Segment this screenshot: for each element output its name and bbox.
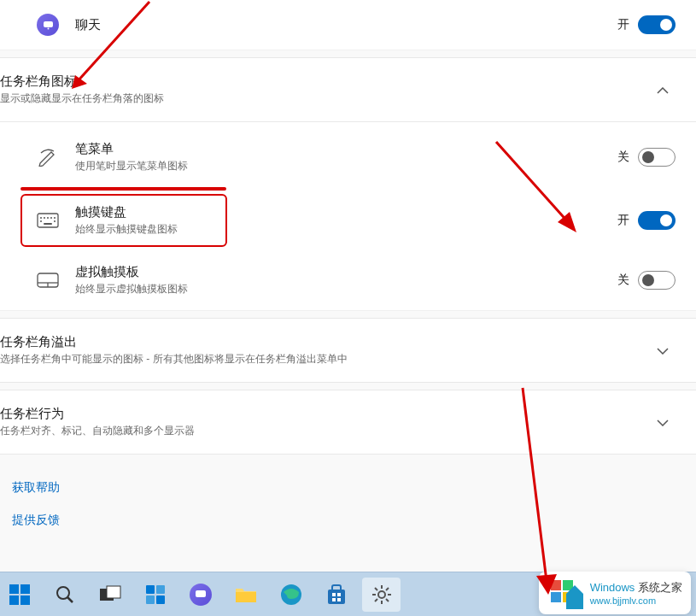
virtual-touchpad-subtitle: 始终显示虚拟触摸板图标 bbox=[75, 282, 617, 296]
svg-rect-32 bbox=[332, 598, 336, 601]
section-corner-icons-title: 任务栏角图标 bbox=[0, 73, 650, 90]
touchpad-icon bbox=[34, 273, 61, 288]
chat-icon bbox=[34, 14, 61, 36]
virtual-touchpad-toggle[interactable] bbox=[638, 271, 676, 290]
svg-point-9 bbox=[54, 220, 56, 222]
keyboard-icon bbox=[34, 213, 61, 228]
setting-row-chat: 聊天 开 bbox=[0, 0, 696, 50]
search-button[interactable] bbox=[45, 578, 84, 612]
svg-rect-23 bbox=[156, 585, 165, 594]
svg-rect-14 bbox=[9, 584, 19, 594]
svg-rect-29 bbox=[328, 590, 345, 604]
svg-rect-33 bbox=[337, 598, 341, 601]
section-overflow-subtitle: 选择任务栏角中可能显示的图标 - 所有其他图标将显示在任务栏角溢出菜单中 bbox=[0, 352, 650, 367]
feedback-link[interactable]: 提供反馈 bbox=[12, 504, 696, 537]
pen-menu-toggle[interactable] bbox=[638, 148, 676, 167]
svg-rect-17 bbox=[20, 595, 30, 605]
watermark-brand: Windows 系统之家 bbox=[590, 580, 682, 595]
start-button[interactable] bbox=[0, 578, 38, 612]
section-behavior[interactable]: 任务栏行为 任务栏对齐、标记、自动隐藏和多个显示器 bbox=[0, 390, 696, 455]
svg-rect-31 bbox=[337, 593, 341, 596]
watermark-logo-icon bbox=[547, 577, 583, 609]
file-explorer-button[interactable] bbox=[226, 578, 265, 612]
touch-keyboard-title: 触摸键盘 bbox=[75, 204, 617, 220]
svg-point-7 bbox=[54, 217, 56, 219]
section-behavior-title: 任务栏行为 bbox=[0, 406, 650, 422]
svg-point-8 bbox=[40, 220, 42, 222]
section-overflow-title: 任务栏角溢出 bbox=[0, 334, 650, 350]
virtual-touchpad-title: 虚拟触摸板 bbox=[75, 264, 617, 280]
svg-rect-16 bbox=[9, 595, 19, 605]
watermark-url: www.bjjmlv.com bbox=[590, 595, 682, 606]
get-help-link[interactable]: 获取帮助 bbox=[12, 472, 696, 504]
svg-rect-21 bbox=[107, 586, 120, 598]
virtual-touchpad-toggle-label: 关 bbox=[617, 273, 629, 288]
section-overflow[interactable]: 任务栏角溢出 选择任务栏角中可能显示的图标 - 所有其他图标将显示在任务栏角溢出… bbox=[0, 318, 696, 383]
svg-rect-30 bbox=[332, 593, 336, 596]
svg-rect-15 bbox=[20, 584, 30, 594]
setting-row-pen-menu: 笔菜单 使用笔时显示笔菜单图标 关 bbox=[0, 127, 696, 187]
touch-keyboard-toggle-label: 开 bbox=[617, 213, 629, 228]
chat-toggle[interactable] bbox=[638, 15, 676, 34]
svg-point-34 bbox=[378, 591, 385, 598]
svg-line-19 bbox=[67, 597, 73, 602]
touch-keyboard-toggle[interactable] bbox=[638, 211, 676, 230]
pen-menu-subtitle: 使用笔时显示笔菜单图标 bbox=[75, 159, 617, 173]
svg-rect-10 bbox=[44, 223, 52, 225]
section-corner-icons[interactable]: 任务栏角图标 显示或隐藏显示在任务栏角落的图标 bbox=[0, 57, 696, 122]
setting-row-virtual-touchpad: 虚拟触摸板 始终显示虚拟触摸板图标 关 bbox=[0, 250, 696, 311]
pen-menu-toggle-label: 关 bbox=[617, 150, 629, 165]
edge-button[interactable] bbox=[272, 578, 310, 612]
task-view-button[interactable] bbox=[91, 578, 129, 612]
svg-point-1 bbox=[47, 27, 49, 29]
chevron-down-icon bbox=[650, 414, 676, 430]
section-corner-icons-subtitle: 显示或隐藏显示在任务栏角落的图标 bbox=[0, 91, 650, 106]
svg-point-6 bbox=[50, 217, 52, 219]
svg-point-4 bbox=[44, 217, 45, 219]
svg-rect-24 bbox=[146, 595, 155, 604]
svg-rect-27 bbox=[236, 592, 256, 602]
svg-point-5 bbox=[47, 217, 49, 219]
svg-rect-26 bbox=[196, 590, 206, 597]
chat-title: 聊天 bbox=[75, 17, 617, 33]
svg-point-3 bbox=[40, 217, 42, 219]
store-button[interactable] bbox=[317, 578, 355, 612]
setting-row-touch-keyboard: 触摸键盘 始终显示触摸键盘图标 开 bbox=[0, 191, 696, 250]
chat-taskbar-button[interactable] bbox=[181, 578, 219, 612]
chevron-down-icon bbox=[650, 343, 676, 358]
pen-icon bbox=[34, 148, 61, 167]
touch-keyboard-subtitle: 始终显示触摸键盘图标 bbox=[75, 222, 617, 237]
settings-button[interactable] bbox=[362, 578, 401, 612]
pen-menu-title: 笔菜单 bbox=[75, 141, 617, 157]
svg-rect-2 bbox=[38, 214, 58, 227]
svg-point-18 bbox=[57, 587, 69, 599]
chat-toggle-label: 开 bbox=[617, 17, 629, 32]
widgets-button[interactable] bbox=[136, 578, 174, 612]
svg-rect-25 bbox=[156, 595, 165, 604]
svg-rect-0 bbox=[44, 21, 53, 27]
section-behavior-subtitle: 任务栏对齐、标记、自动隐藏和多个显示器 bbox=[0, 424, 650, 438]
svg-rect-22 bbox=[146, 585, 155, 594]
watermark: Windows 系统之家 www.bjjmlv.com bbox=[539, 572, 691, 614]
chevron-up-icon bbox=[650, 82, 676, 97]
